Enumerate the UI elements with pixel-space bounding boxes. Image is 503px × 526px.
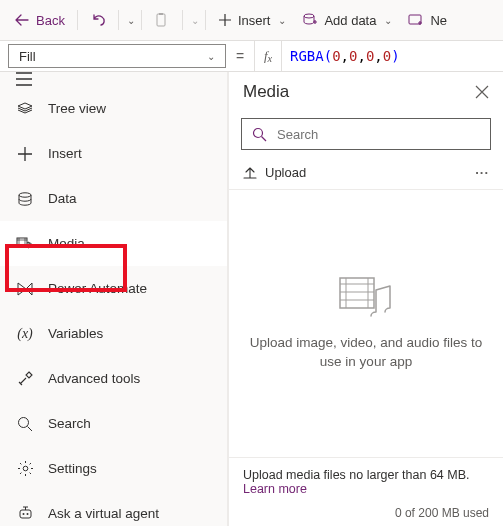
- panel-footer: Upload media files no larger than 64 MB.…: [229, 457, 503, 526]
- nav-search[interactable]: Search: [0, 401, 227, 446]
- undo-menu-chevron[interactable]: ⌄: [127, 15, 135, 26]
- svg-rect-12: [340, 278, 374, 308]
- svg-point-7: [23, 466, 28, 471]
- nav-label: Advanced tools: [48, 371, 140, 386]
- svg-point-2: [304, 14, 314, 18]
- footer-message: Upload media files no larger than 64 MB.: [243, 468, 489, 482]
- nav-label: Power Automate: [48, 281, 147, 296]
- more-options-button[interactable]: ···: [475, 165, 489, 180]
- back-button[interactable]: Back: [8, 8, 71, 32]
- insert-label: Insert: [238, 13, 271, 28]
- nav-label: Variables: [48, 326, 103, 341]
- arrow-left-icon: [14, 12, 30, 28]
- close-icon: [475, 85, 489, 99]
- gear-icon: [16, 460, 34, 478]
- new-screen-button[interactable]: Ne: [402, 8, 453, 32]
- nav-label: Settings: [48, 461, 97, 476]
- add-data-label: Add data: [324, 13, 376, 28]
- flow-icon: [16, 280, 34, 298]
- undo-button[interactable]: [84, 8, 112, 32]
- plus-icon: [218, 13, 232, 27]
- fx-button[interactable]: fx: [254, 41, 282, 71]
- panel-title: Media: [243, 82, 289, 102]
- nav-media[interactable]: Media: [0, 221, 227, 266]
- search-icon: [16, 415, 34, 433]
- paste-menu-chevron[interactable]: ⌄: [191, 15, 199, 26]
- search-input-wrapper[interactable]: [241, 118, 491, 150]
- separator: [182, 10, 183, 30]
- formula-fn: RGBA: [290, 48, 324, 64]
- media-large-icon: [338, 276, 394, 320]
- separator: [141, 10, 142, 30]
- nav-toggle-button[interactable]: [0, 72, 227, 86]
- new-screen-icon: [408, 12, 424, 28]
- nav-label: Ask a virtual agent: [48, 506, 159, 521]
- search-input[interactable]: [275, 126, 480, 143]
- empty-state: Upload image, video, and audio files to …: [229, 190, 503, 457]
- upload-label: Upload: [265, 165, 306, 180]
- separator: [77, 10, 78, 30]
- svg-point-9: [22, 513, 24, 515]
- undo-icon: [90, 12, 106, 28]
- layers-icon: [16, 100, 34, 118]
- separator: [205, 10, 206, 30]
- hamburger-icon: [16, 72, 32, 86]
- nav-label: Search: [48, 416, 91, 431]
- usage-text: 0 of 200 MB used: [243, 506, 489, 520]
- nav-label: Media: [48, 236, 85, 251]
- chevron-down-icon: ⌄: [384, 15, 392, 26]
- upload-button[interactable]: Upload: [243, 165, 306, 180]
- svg-point-11: [254, 128, 263, 137]
- svg-point-4: [19, 192, 31, 196]
- svg-rect-1: [159, 13, 163, 15]
- close-button[interactable]: [475, 85, 489, 99]
- nav-label: Insert: [48, 146, 82, 161]
- upload-icon: [243, 166, 257, 180]
- nav-tree-view[interactable]: Tree view: [0, 86, 227, 131]
- bot-icon: [16, 505, 34, 523]
- variable-icon: (x): [16, 325, 34, 343]
- top-toolbar: Back ⌄ ⌄ Insert ⌄ Add data ⌄ Ne: [0, 0, 503, 40]
- nav-insert[interactable]: Insert: [0, 131, 227, 176]
- nav-virtual-agent[interactable]: Ask a virtual agent: [0, 491, 227, 526]
- property-selector[interactable]: Fill ⌄: [8, 44, 226, 68]
- separator: [118, 10, 119, 30]
- nav-label: Tree view: [48, 101, 106, 116]
- nav-advanced-tools[interactable]: Advanced tools: [0, 356, 227, 401]
- nav-variables[interactable]: (x) Variables: [0, 311, 227, 356]
- plus-icon: [16, 145, 34, 163]
- svg-point-6: [19, 417, 29, 427]
- property-name: Fill: [19, 49, 36, 64]
- clipboard-icon: [154, 12, 170, 28]
- nav-power-automate[interactable]: Power Automate: [0, 266, 227, 311]
- formula-bar: Fill ⌄ = fx RGBA(0, 0, 0, 0): [0, 40, 503, 72]
- search-icon: [252, 127, 267, 142]
- new-screen-label: Ne: [430, 13, 447, 28]
- paste-button[interactable]: [148, 8, 176, 32]
- left-nav: Tree view Insert Data Media Power Automa…: [0, 72, 228, 526]
- database-icon: [16, 190, 34, 208]
- tools-icon: [16, 370, 34, 388]
- media-icon: [16, 235, 34, 253]
- chevron-down-icon: ⌄: [207, 51, 215, 62]
- svg-rect-5: [17, 238, 27, 247]
- back-label: Back: [36, 13, 65, 28]
- chevron-down-icon: ⌄: [278, 15, 286, 26]
- insert-menu-button[interactable]: Insert ⌄: [212, 9, 293, 32]
- learn-more-link[interactable]: Learn more: [243, 482, 489, 496]
- media-panel: Media Upload ···: [228, 72, 503, 526]
- empty-message: Upload image, video, and audio files to …: [249, 334, 483, 372]
- equals-label: =: [226, 41, 254, 71]
- svg-point-10: [26, 513, 28, 515]
- formula-input[interactable]: RGBA(0, 0, 0, 0): [282, 41, 503, 71]
- database-icon: [302, 12, 318, 28]
- nav-label: Data: [48, 191, 77, 206]
- nav-settings[interactable]: Settings: [0, 446, 227, 491]
- svg-rect-0: [157, 14, 165, 26]
- nav-data[interactable]: Data: [0, 176, 227, 221]
- add-data-button[interactable]: Add data ⌄: [296, 8, 398, 32]
- svg-rect-8: [20, 510, 31, 518]
